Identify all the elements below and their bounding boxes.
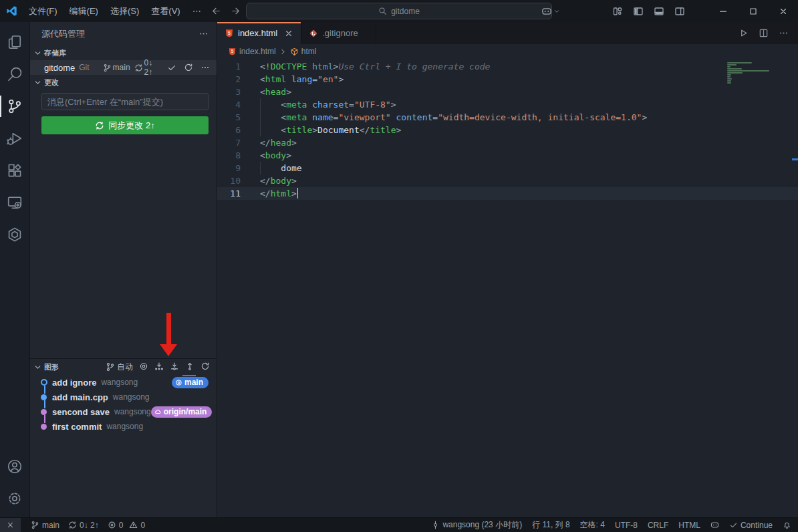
status-warnings[interactable]: 0 bbox=[129, 521, 145, 530]
commit-row-0[interactable]: add ignorewangsongmain bbox=[30, 375, 217, 390]
vscode-window: 文件(F)编辑(E)选择(S)查看(V)⋯ gitdome 源代码管理 bbox=[0, 0, 798, 532]
status-label: 空格: 4 bbox=[580, 519, 605, 531]
menu-item-1[interactable]: 编辑(E) bbox=[63, 3, 104, 20]
menu-item-0[interactable]: 文件(F) bbox=[23, 3, 63, 20]
branch-badge-label: origin/main bbox=[164, 407, 207, 416]
commit-dot-shape bbox=[41, 409, 47, 415]
status-cursor-position[interactable]: 行 11, 列 8 bbox=[532, 519, 569, 531]
commit-row-2[interactable]: sencond savewangsongorigin/main bbox=[30, 404, 217, 419]
code-editor[interactable]: 1<!DOCTYPE html>Use Ctrl + I to generate… bbox=[217, 59, 798, 517]
code-token bbox=[260, 100, 281, 110]
section-repositories[interactable]: 存储库 bbox=[30, 45, 217, 60]
close-icon[interactable] bbox=[284, 29, 293, 38]
code-line-8[interactable]: 8<body> bbox=[217, 149, 798, 162]
code-token: </ bbox=[260, 188, 271, 198]
branch-badge-main[interactable]: main bbox=[172, 377, 209, 388]
more-icon[interactable] bbox=[201, 63, 210, 72]
sync-changes-button[interactable]: 同步更改 2↑ bbox=[41, 116, 209, 134]
tab--gitignore[interactable]: .gitignore bbox=[301, 22, 376, 44]
graph-tool-show-current[interactable] bbox=[139, 362, 148, 373]
more-actions-icon[interactable] bbox=[198, 29, 209, 39]
graph-tool-push[interactable] bbox=[185, 362, 194, 373]
status-errors[interactable]: 0 bbox=[108, 521, 124, 530]
minimap-line bbox=[727, 80, 731, 82]
arrow-left-icon[interactable] bbox=[211, 6, 221, 16]
repository-row[interactable]: gitdome Git main 0↓ 2↑ bbox=[30, 60, 217, 75]
status-sync-status[interactable]: 0↓ 2↑ bbox=[68, 521, 99, 530]
graph-tool-auto-toggle[interactable]: 自动 bbox=[106, 362, 133, 373]
status-remote-indicator[interactable] bbox=[0, 518, 21, 532]
status-bar: main0↓ 2↑00 wangsong (23 小时前)行 11, 列 8空格… bbox=[0, 517, 798, 532]
breadcrumb-item-0[interactable]: 5index.html bbox=[228, 47, 276, 56]
status-eol[interactable]: CRLF bbox=[648, 521, 668, 530]
layout-customize-icon[interactable] bbox=[612, 6, 623, 17]
code-line-7[interactable]: 7</head> bbox=[217, 136, 798, 149]
activity-item-search-view[interactable] bbox=[0, 58, 30, 90]
code-token: Document bbox=[317, 125, 360, 135]
commit-author: wangsong bbox=[113, 392, 150, 402]
status-encoding[interactable]: UTF-8 bbox=[615, 521, 638, 530]
code-line-10[interactable]: 10</body> bbox=[217, 174, 798, 187]
status-branch-status[interactable]: main bbox=[31, 521, 59, 530]
menu-item-2[interactable]: 选择(S) bbox=[104, 3, 145, 20]
activity-item-extensions[interactable] bbox=[0, 154, 30, 186]
section-changes[interactable]: 更改 bbox=[30, 75, 217, 90]
activity-item-run-debug[interactable] bbox=[0, 122, 30, 154]
minimize-icon[interactable] bbox=[708, 0, 738, 22]
status-copilot-status[interactable] bbox=[710, 521, 719, 529]
repo-sync[interactable]: 0↓ 2↑ bbox=[134, 58, 163, 77]
status-blame[interactable]: wangsong (23 小时前) bbox=[431, 519, 522, 531]
activity-item-explorer[interactable] bbox=[0, 26, 30, 58]
code-line-6[interactable]: 6 <title>Document</title> bbox=[217, 124, 798, 136]
status-notifications[interactable] bbox=[783, 521, 791, 529]
command-center-search[interactable]: gitdome bbox=[246, 3, 552, 19]
refresh-icon[interactable] bbox=[184, 63, 193, 72]
play-icon[interactable] bbox=[739, 28, 749, 38]
code-token: = bbox=[349, 100, 354, 110]
graph-header[interactable]: 图形 自动 bbox=[30, 359, 217, 375]
graph-tool-pull[interactable] bbox=[170, 362, 179, 373]
code-line-11[interactable]: 11</html> bbox=[217, 187, 798, 200]
maximize-icon[interactable] bbox=[738, 0, 768, 22]
activity-item-source-control[interactable] bbox=[0, 90, 30, 122]
branch-badge-origin-main[interactable]: origin/main bbox=[151, 406, 213, 418]
split-editor-icon[interactable] bbox=[759, 28, 769, 38]
code-line-1[interactable]: 1<!DOCTYPE html>Use Ctrl + I to generate… bbox=[217, 60, 798, 73]
menu-item-4[interactable]: ⋯ bbox=[186, 3, 207, 19]
graph-tool-refresh[interactable] bbox=[201, 362, 210, 373]
copilot-menu[interactable] bbox=[541, 6, 560, 17]
check-icon[interactable] bbox=[167, 63, 176, 72]
layout-sidebar-right-icon[interactable] bbox=[674, 6, 685, 17]
menu-item-3[interactable]: 查看(V) bbox=[145, 3, 186, 20]
arrow-right-icon[interactable] bbox=[231, 6, 241, 16]
more-icon[interactable] bbox=[779, 28, 789, 38]
repo-branch[interactable]: main bbox=[103, 63, 130, 72]
status-language-mode[interactable]: HTML bbox=[678, 521, 700, 530]
code-line-9[interactable]: 9 dome bbox=[217, 162, 798, 174]
code-line-4[interactable]: 4 <meta charset="UTF-8"> bbox=[217, 98, 798, 111]
commit-message-input[interactable] bbox=[41, 93, 209, 110]
layout-panel-bottom-icon[interactable] bbox=[654, 6, 664, 17]
minimap[interactable] bbox=[727, 62, 786, 84]
activity-item-hexagon-extension[interactable] bbox=[0, 219, 30, 251]
close-icon[interactable] bbox=[768, 0, 798, 22]
commit-row-1[interactable]: add main.cppwangsong bbox=[30, 390, 217, 404]
commit-row-3[interactable]: first commitwangsong bbox=[30, 419, 217, 434]
activity-item-account[interactable] bbox=[0, 450, 30, 483]
tab-index-html[interactable]: 5index.html bbox=[217, 22, 301, 44]
breadcrumb-item-1[interactable]: html bbox=[290, 47, 317, 56]
commit-dot-shape bbox=[41, 379, 47, 386]
line-number: 6 bbox=[217, 124, 251, 136]
graph-tool-fetch[interactable] bbox=[154, 362, 164, 373]
activity-item-settings[interactable] bbox=[0, 483, 30, 515]
code-line-2[interactable]: 2<html lang="en"> bbox=[217, 73, 798, 86]
code-line-5[interactable]: 5 <meta name="viewport" content="width=d… bbox=[217, 111, 798, 124]
status-continue[interactable]: Continue bbox=[729, 521, 773, 530]
problems[interactable]: 00 bbox=[108, 521, 145, 530]
code-token: > bbox=[391, 100, 396, 110]
branch-icon bbox=[103, 63, 112, 72]
status-indentation[interactable]: 空格: 4 bbox=[580, 519, 605, 531]
code-line-3[interactable]: 3<head> bbox=[217, 86, 798, 98]
layout-sidebar-left-icon[interactable] bbox=[633, 6, 644, 17]
activity-item-remote-explorer[interactable] bbox=[0, 186, 30, 219]
